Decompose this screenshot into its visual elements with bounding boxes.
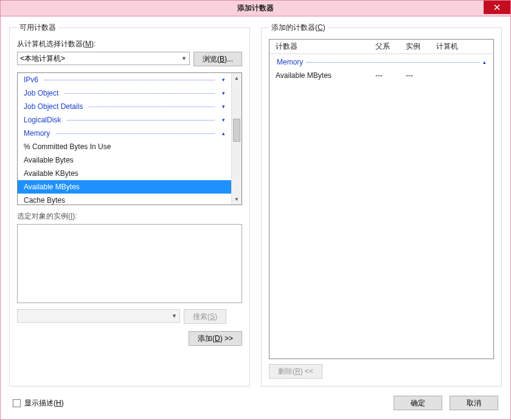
add-counters-dialog: 添加计数器 可用计数器 从计算机选择计数器(M): <本地计算机> ▼ 浏览(B… (0, 0, 511, 420)
available-counters-legend: 可用计数器 (17, 23, 58, 33)
counter-item[interactable]: % Committed Bytes In Use (18, 140, 231, 153)
category-label: Job Object (24, 89, 58, 97)
category-label: Job Object Details (24, 102, 83, 111)
counter-tree[interactable]: IPv6▾Job Object▾Job Object Details▾Logic… (17, 72, 242, 205)
category-row[interactable]: Memory▴ (18, 127, 231, 140)
category-row[interactable]: LogicalDisk▾ (18, 113, 231, 127)
expand-icon[interactable]: ▾ (222, 117, 225, 123)
category-separator (44, 80, 215, 80)
scroll-thumb[interactable] (233, 119, 240, 142)
select-computer-label: 从计算机选择计数器(M): (17, 39, 242, 49)
counter-item[interactable]: Available Bytes (18, 153, 231, 167)
cell-instance: --- (401, 71, 431, 80)
dialog-footer: 显示描述(H) 确定 取消 (1, 387, 510, 419)
added-counter-row[interactable]: Available MBytes------ (269, 69, 493, 82)
category-separator (56, 133, 215, 134)
scroll-up-icon[interactable]: ▲ (232, 73, 242, 83)
remove-button: 删除(R) << (269, 364, 322, 379)
category-label: LogicalDisk (24, 116, 61, 124)
counter-item[interactable]: Available MBytes (18, 180, 231, 194)
checkbox-icon (13, 399, 21, 407)
instances-label: 选定对象的实例(I): (17, 211, 242, 222)
expand-icon[interactable]: ▾ (222, 103, 225, 110)
collapse-icon[interactable]: ▴ (222, 130, 225, 136)
category-separator (89, 107, 215, 107)
added-counters-list[interactable]: 计数器 父系 实例 计算机 Memory▴Available MBytes---… (269, 39, 494, 359)
added-columns-header: 计数器 父系 实例 计算机 (269, 40, 493, 54)
counter-tree-viewport: IPv6▾Job Object▾Job Object Details▾Logic… (18, 73, 231, 205)
computer-combo-value: <本地计算机> (20, 54, 65, 64)
window-title: 添加计数器 (237, 3, 274, 13)
close-icon (494, 4, 500, 10)
chevron-down-icon: ▼ (172, 313, 177, 319)
expand-icon[interactable]: ▾ (222, 77, 225, 83)
show-description-label: 显示描述(H) (24, 398, 64, 408)
browse-button[interactable]: 浏览(B)... (193, 52, 242, 66)
chevron-down-icon: ▼ (181, 55, 187, 61)
added-category-row[interactable]: Memory▴ (269, 55, 493, 69)
col-computer[interactable]: 计算机 (431, 41, 493, 52)
search-button: 搜索(S) (184, 309, 226, 324)
added-body: Memory▴Available MBytes------ (269, 54, 493, 359)
cancel-button[interactable]: 取消 (450, 396, 498, 410)
titlebar: 添加计数器 (1, 1, 510, 16)
counter-item[interactable]: Available KBytes (18, 167, 231, 180)
col-counter[interactable]: 计数器 (271, 41, 370, 52)
col-instance[interactable]: 实例 (401, 41, 431, 52)
add-button[interactable]: 添加(D) >> (189, 331, 242, 346)
added-category-label: Memory (277, 58, 303, 66)
counter-item[interactable]: Cache Bytes (18, 194, 231, 205)
category-row[interactable]: Job Object▾ (18, 86, 231, 100)
computer-combo[interactable]: <本地计算机> ▼ (17, 52, 190, 65)
added-counters-group: 添加的计数器(C) 计数器 父系 实例 计算机 Memory▴Available… (261, 23, 502, 387)
scrollbar[interactable]: ▲ ▼ (231, 73, 242, 205)
category-row[interactable]: IPv6▾ (18, 73, 231, 86)
category-label: IPv6 (24, 75, 38, 84)
category-separator (307, 62, 479, 63)
dialog-body: 可用计数器 从计算机选择计数器(M): <本地计算机> ▼ 浏览(B)... I… (1, 16, 510, 387)
expand-icon[interactable]: ▾ (222, 90, 225, 96)
show-description-checkbox[interactable]: 显示描述(H) (13, 398, 64, 408)
cell-parent: --- (370, 71, 401, 80)
category-separator (64, 93, 215, 94)
category-label: Memory (24, 129, 50, 138)
search-combo[interactable]: ▼ (17, 309, 180, 323)
instances-listbox[interactable] (17, 224, 242, 303)
category-separator (67, 120, 215, 121)
cell-counter: Available MBytes (271, 71, 370, 80)
available-counters-group: 可用计数器 从计算机选择计数器(M): <本地计算机> ▼ 浏览(B)... I… (9, 23, 250, 387)
ok-button[interactable]: 确定 (394, 396, 442, 410)
collapse-icon[interactable]: ▴ (483, 59, 490, 65)
col-parent[interactable]: 父系 (370, 41, 401, 52)
added-counters-legend: 添加的计数器(C) (269, 23, 328, 33)
scroll-down-icon[interactable]: ▼ (232, 194, 242, 205)
close-button[interactable] (484, 1, 510, 14)
category-row[interactable]: Job Object Details▾ (18, 100, 231, 113)
